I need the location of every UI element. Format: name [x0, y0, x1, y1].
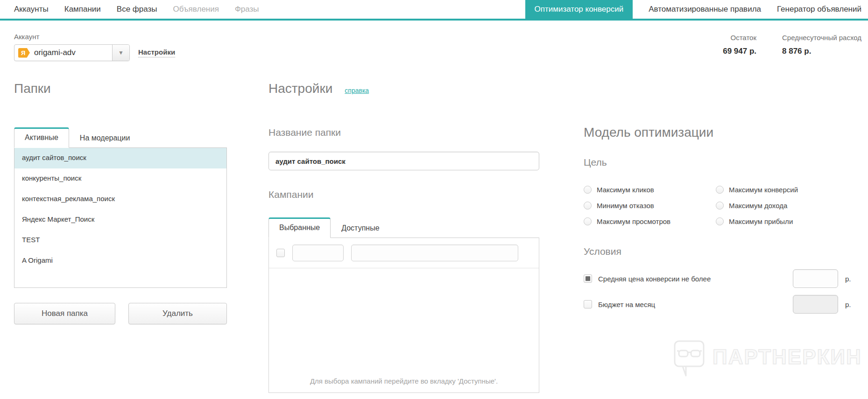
chevron-down-icon[interactable]: ▼ [112, 45, 129, 61]
stat-daily-spend-value: 8 876 р. [782, 47, 861, 56]
stat-balance-label: Остаток [723, 34, 756, 42]
nav-item-ad-generator[interactable]: Генератор объявлений [777, 0, 861, 19]
nav-item-conversion-optimizer[interactable]: Оптимизатор конверсий [525, 0, 633, 19]
goal-options: Максимум кликов Максимум конверсий Миним… [584, 186, 854, 225]
partnerkin-logo-icon [673, 340, 706, 380]
radio-option-min-bounces[interactable]: Минимум отказов [584, 202, 716, 210]
stat-daily-spend-label: Среднесуточный расход [782, 34, 861, 42]
account-dropdown-value: origami-adv [34, 48, 76, 57]
stat-balance: Остаток 69 947 р. [723, 34, 756, 56]
folders-title: Папки [14, 81, 227, 96]
tab-moderation-folders[interactable]: На модерации [69, 128, 141, 148]
optimization-panel: Модель оптимизации Цель Максимум кликов … [584, 125, 854, 321]
goal-label: Цель [584, 157, 854, 168]
nav-item-automated-rules[interactable]: Автоматизированные правила [649, 0, 761, 19]
radio-option-max-revenue[interactable]: Максимум дохода [716, 202, 854, 210]
conditions-label: Условия [584, 246, 854, 257]
help-link[interactable]: справка [345, 87, 369, 94]
nav-item-ads[interactable]: Объявления [173, 0, 219, 19]
account-settings-link[interactable]: Настройки [138, 48, 175, 57]
folders-tabs: Активные На модерации [14, 127, 227, 148]
radio-icon [716, 217, 724, 225]
campaign-tabs: Выбранные Доступные [268, 217, 539, 238]
tab-available-campaigns[interactable]: Доступные [331, 218, 390, 238]
campaigns-empty-hint: Для выбора кампаний перейдите во вкладку… [269, 377, 539, 392]
folder-item[interactable]: конкуренты_поиск [14, 168, 226, 189]
stat-daily-spend: Среднесуточный расход 8 876 р. [782, 34, 861, 56]
campaign-id-filter-input[interactable] [292, 245, 344, 261]
folder-item[interactable]: Яндекс Маркет_Поиск [14, 210, 226, 230]
settings-panel: Настройки справка Название папки Кампани… [268, 81, 539, 393]
radio-icon [584, 217, 592, 225]
watermark-text: ПАРТНЕРКИН [713, 345, 862, 369]
currency-label: р. [845, 275, 854, 283]
tab-selected-campaigns[interactable]: Выбранные [268, 217, 331, 238]
campaigns-label: Кампании [268, 189, 539, 200]
delete-folder-button[interactable]: Удалить [128, 303, 227, 324]
radio-option-max-profit[interactable]: Максимум прибыли [716, 217, 854, 225]
currency-label: р. [845, 301, 854, 308]
avg-conversion-price-checkbox[interactable] [584, 274, 592, 283]
nav-item-accounts[interactable]: Аккаунты [14, 0, 49, 19]
nav-item-all-phrases[interactable]: Все фразы [117, 0, 157, 19]
radio-icon [584, 202, 592, 210]
select-all-checkbox[interactable] [276, 249, 285, 257]
radio-icon [716, 202, 724, 210]
folders-panel: Папки Активные На модерации аудит сайтов… [14, 81, 227, 324]
nav-right-group: Оптимизатор конверсий Автоматизированные… [516, 0, 868, 19]
condition-row-avg-conversion-price: Средняя цена конверсии не более р. [584, 269, 854, 288]
folder-list: аудит сайтов_поиск конкуренты_поиск конт… [14, 148, 227, 288]
watermark: ПАРТНЕРКИН [673, 340, 862, 380]
top-navigation: Аккаунты Кампании Все фразы Объявления Ф… [0, 0, 868, 21]
campaign-name-filter-input[interactable] [351, 245, 518, 261]
nav-item-campaigns[interactable]: Кампании [64, 0, 101, 19]
folder-item[interactable]: TEST [14, 230, 226, 251]
folder-item[interactable]: контекстная_реклама_поиск [14, 189, 226, 210]
folder-item[interactable]: аудит сайтов_поиск [14, 148, 226, 168]
monthly-budget-input[interactable] [793, 295, 838, 314]
radio-option-max-clicks[interactable]: Максимум кликов [584, 186, 716, 194]
campaign-filter-row [269, 238, 539, 268]
folder-name-label: Название папки [268, 127, 539, 138]
account-dropdown[interactable]: Я origami-adv ▼ [14, 44, 130, 61]
yandex-icon: Я [18, 48, 30, 58]
account-label: Аккаунт [14, 33, 175, 41]
nav-item-phrases[interactable]: Фразы [235, 0, 259, 19]
folder-name-input[interactable] [268, 152, 539, 170]
new-folder-button[interactable]: Новая папка [14, 303, 115, 324]
avg-conversion-price-input[interactable] [793, 269, 838, 288]
campaign-list-panel: Для выбора кампаний перейдите во вкладку… [268, 238, 539, 393]
optimization-title: Модель оптимизации [584, 125, 854, 140]
stat-balance-value: 69 947 р. [723, 47, 756, 56]
condition-row-monthly-budget: Бюджет на месяц р. [584, 295, 854, 314]
settings-title: Настройки [268, 81, 332, 96]
balance-stats: Остаток 69 947 р. Среднесуточный расход … [584, 34, 861, 56]
account-block: Аккаунт Я origami-adv ▼ Настройки [14, 33, 175, 61]
radio-icon [584, 186, 592, 194]
tab-active-folders[interactable]: Активные [14, 127, 69, 148]
folder-item[interactable]: A Origami [14, 251, 226, 271]
account-dropdown-value-area[interactable]: Я origami-adv [14, 45, 112, 61]
radio-option-max-views[interactable]: Максимум просмотров [584, 217, 716, 225]
radio-icon [716, 186, 724, 194]
monthly-budget-checkbox[interactable] [584, 300, 592, 308]
radio-option-max-conversions[interactable]: Максимум конверсий [716, 186, 854, 194]
